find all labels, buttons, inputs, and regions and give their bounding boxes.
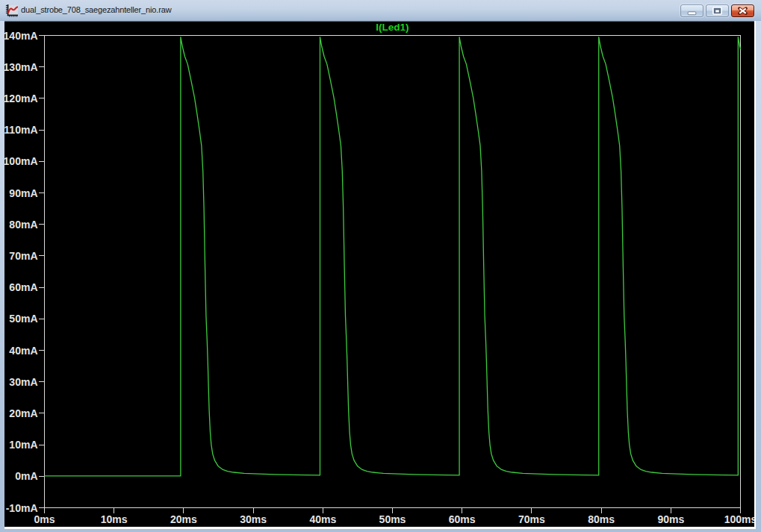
minimize-button[interactable] [680, 4, 703, 17]
x-tick-label-90ms: 90ms [657, 513, 684, 525]
ltspice-waveform-window: dual_strobe_708_saegezahnteller_nio.raw [0, 0, 761, 532]
waveform-plot[interactable]: I(Led1) 140mA130mA120mA110mA100mA90mA80m… [4, 22, 754, 527]
y-tick-label-40mA: 40mA [9, 345, 37, 357]
y-tick-label-100mA: 100mA [4, 155, 38, 167]
x-tick-label-0ms: 0ms [34, 513, 55, 525]
x-tick-label-50ms: 50ms [379, 513, 406, 525]
x-axis-labels: 0ms10ms20ms30ms40ms50ms60ms70ms80ms90ms1… [34, 513, 754, 525]
close-icon [732, 5, 754, 16]
y-tick-label-30mA: 30mA [9, 376, 37, 388]
trace-legend[interactable]: I(Led1) [376, 22, 409, 33]
window-title: dual_strobe_708_saegezahnteller_nio.raw [21, 0, 171, 20]
waveform-document-icon [5, 4, 18, 17]
y-tick-label-90mA: 90mA [9, 187, 37, 199]
plot-client-area[interactable]: I(Led1) 140mA130mA120mA110mA100mA90mA80m… [4, 21, 754, 527]
y-tick-label-140mA: 140mA [4, 30, 38, 42]
title-bar[interactable]: dual_strobe_708_saegezahnteller_nio.raw [0, 0, 761, 21]
y-tick-label-70mA: 70mA [9, 250, 37, 262]
minimize-icon [681, 5, 703, 16]
x-tick-label-30ms: 30ms [240, 513, 267, 525]
x-tick-label-40ms: 40ms [309, 513, 336, 525]
x-tick-label-20ms: 20ms [170, 513, 197, 525]
y-tick-label-110mA: 110mA [4, 124, 38, 136]
y-tick-label-50mA: 50mA [9, 313, 37, 325]
restore-icon [706, 5, 728, 16]
x-tick-label-60ms: 60ms [449, 513, 476, 525]
x-axis-ticks [114, 508, 671, 513]
y-tick-label-60mA: 60mA [9, 281, 37, 293]
waveform-trace[interactable] [45, 37, 741, 476]
x-tick-label-100ms: 100ms [724, 513, 754, 525]
y-tick-label-20mA: 20mA [9, 407, 37, 419]
y-tick-label-120mA: 120mA [4, 93, 38, 104]
y-axis-ticks [39, 36, 45, 508]
y-tick-label-80mA: 80mA [9, 219, 37, 231]
x-tick-label-70ms: 70ms [518, 513, 545, 525]
x-tick-label-80ms: 80ms [588, 513, 615, 525]
plot-frame [45, 36, 741, 513]
close-button[interactable] [731, 4, 754, 17]
y-tick-label-0mA: 0mA [15, 470, 37, 482]
y-tick-label-130mA: 130mA [4, 61, 38, 73]
y-tick-label-10mA: 10mA [9, 439, 37, 451]
restore-button[interactable] [706, 4, 729, 17]
plot-frame-lines [45, 36, 741, 513]
x-tick-label-10ms: 10ms [101, 513, 128, 525]
y-axis-labels: 140mA130mA120mA110mA100mA90mA80mA70mA60m… [4, 30, 38, 514]
y-tick-label--10mA: -10mA [6, 502, 38, 514]
client-frame: I(Led1) 140mA130mA120mA110mA100mA90mA80m… [4, 21, 756, 529]
